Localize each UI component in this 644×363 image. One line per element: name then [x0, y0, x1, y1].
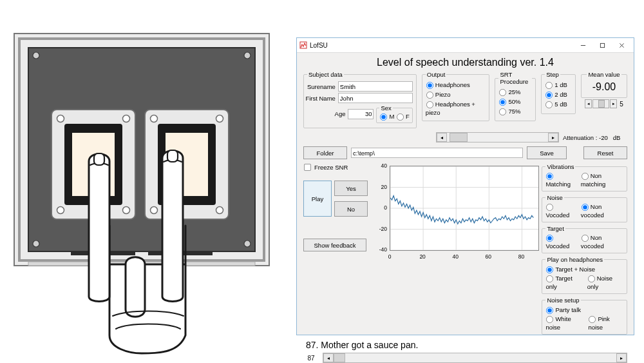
nsetup-party[interactable]: Party talk: [545, 306, 581, 313]
nsetup-pink-radio[interactable]: [589, 316, 596, 323]
no-button[interactable]: No: [334, 201, 368, 217]
step-5db[interactable]: 5 dB: [545, 101, 567, 108]
step-1-radio[interactable]: [545, 82, 553, 89]
output-both[interactable]: Headphones + piezo: [426, 101, 475, 116]
step-1db[interactable]: 1 dB: [545, 81, 567, 88]
mean-inc[interactable]: ▸: [610, 99, 617, 108]
svg-rect-24: [94, 153, 104, 165]
nsetup-pink[interactable]: Pink noise: [588, 315, 623, 331]
step-2-radio[interactable]: [545, 92, 553, 99]
noise-nonvocoded[interactable]: Non vocoded: [581, 203, 623, 219]
show-feedback-button[interactable]: Show feedback: [303, 239, 366, 251]
minimize-button[interactable]: [573, 39, 592, 52]
att-label: Attenuation :: [563, 134, 597, 141]
svg-point-13: [57, 207, 64, 214]
srt-25-label: 25%: [508, 88, 520, 95]
sent-thumb[interactable]: [334, 353, 345, 362]
srt-75-label: 75%: [508, 108, 520, 115]
srt-50[interactable]: 50%: [498, 98, 520, 105]
poh-tn-radio[interactable]: [546, 266, 553, 273]
play-on-headphones-group: Play on headphones Target + Noise Target…: [542, 256, 627, 294]
att-unit: dB: [613, 134, 621, 141]
vib-legend: Vibrations: [545, 163, 575, 170]
mean-track[interactable]: [592, 99, 609, 108]
output-headphones[interactable]: Headphones: [426, 81, 470, 88]
title-bar: LofSU: [297, 38, 634, 53]
noise-setup-group: Noise setup Party talk White noise Pink …: [542, 297, 627, 335]
target-vocoded-radio[interactable]: [546, 235, 553, 242]
srt-25-radio[interactable]: [499, 89, 506, 96]
attenuation-readout: Attenuation : -20 dB: [563, 134, 627, 141]
output-piezo-radio[interactable]: [426, 92, 433, 99]
age-label: Age: [335, 110, 346, 117]
noise-vocoded[interactable]: Vocoded: [545, 203, 576, 219]
reset-button[interactable]: Reset: [583, 146, 627, 159]
play-button[interactable]: Play: [303, 181, 332, 217]
output-headphones-radio[interactable]: [426, 82, 433, 89]
sex-f-option[interactable]: F: [396, 113, 410, 120]
svg-point-19: [216, 115, 223, 123]
svg-point-4: [244, 52, 251, 59]
srt-75-radio[interactable]: [499, 108, 506, 115]
snr-chart: 40200-20-40020406080: [372, 163, 538, 260]
sex-m-option[interactable]: M: [379, 113, 394, 120]
firstname-input[interactable]: [338, 93, 413, 103]
svg-point-12: [123, 115, 130, 123]
yes-button[interactable]: Yes: [334, 181, 368, 196]
nsetup-white-radio[interactable]: [546, 316, 553, 323]
freeze-snr-checkbox[interactable]: Freeze SNR: [303, 163, 368, 172]
sent-left-arrow[interactable]: ◂: [323, 353, 334, 362]
vib-nonmatching[interactable]: Non matching: [581, 172, 623, 188]
save-button[interactable]: Save: [527, 146, 567, 159]
target-nonvocoded[interactable]: Non vocoded: [581, 234, 623, 250]
sentence-scrollbar[interactable]: ◂ ▸: [323, 353, 627, 363]
svg-point-3: [33, 52, 39, 59]
mean-dec[interactable]: ◂: [585, 99, 592, 108]
srt-25[interactable]: 25%: [498, 88, 520, 95]
nsetup-white[interactable]: White noise: [545, 315, 584, 331]
vib-matching-radio[interactable]: [546, 173, 553, 180]
srt-50-radio[interactable]: [499, 99, 506, 106]
step-5-radio[interactable]: [545, 101, 553, 108]
step-2db[interactable]: 2 dB: [545, 91, 567, 98]
step-group: Step 1 dB 2 dB 5 dB: [541, 71, 576, 114]
folder-button[interactable]: Folder: [303, 146, 347, 159]
svg-point-6: [244, 240, 251, 247]
maximize-button[interactable]: [592, 39, 612, 52]
poh-target[interactable]: Target only: [545, 275, 583, 290]
sex-f-radio[interactable]: [397, 113, 404, 121]
poh-noise[interactable]: Noise only: [587, 275, 623, 290]
nsetup-party-radio[interactable]: [546, 307, 553, 314]
mean-adjust-slider[interactable]: ◂ ▸ 5: [581, 99, 627, 108]
output-both-radio[interactable]: [426, 101, 433, 108]
vib-opt1-label: Matching: [545, 181, 571, 188]
surename-input[interactable]: [338, 81, 413, 92]
vib-matching[interactable]: Matching: [545, 172, 576, 188]
folder-path-input[interactable]: [351, 148, 523, 158]
sex-m-radio[interactable]: [380, 113, 387, 121]
poh-tn[interactable]: Target + Noise: [545, 266, 595, 273]
poh-target-radio[interactable]: [546, 275, 553, 282]
att-left-arrow[interactable]: ◂: [437, 133, 447, 142]
app-heading: Level of speech understanding ver. 1.4: [297, 57, 634, 68]
step-1-label: 1 dB: [554, 81, 567, 88]
noise-vocoded-radio[interactable]: [546, 204, 553, 211]
poh-opt1-label: Target + Noise: [555, 266, 595, 273]
target-nonvocoded-radio[interactable]: [582, 235, 589, 242]
freeze-check[interactable]: [304, 164, 311, 171]
output-opt2-label: Piezo: [435, 91, 451, 98]
poh-noise-radio[interactable]: [588, 275, 595, 282]
target-vocoded[interactable]: Vocoded: [545, 234, 576, 250]
att-thumb[interactable]: [450, 133, 468, 142]
poh-legend: Play on headphones: [545, 256, 604, 263]
noise-nonvocoded-radio[interactable]: [582, 204, 589, 211]
age-input[interactable]: [348, 109, 374, 119]
attenuation-scrollbar[interactable]: ◂ ▸: [436, 132, 559, 142]
att-right-arrow[interactable]: ▸: [548, 133, 558, 142]
sent-right-arrow[interactable]: ▸: [616, 353, 627, 362]
srt-75[interactable]: 75%: [498, 108, 520, 115]
close-button[interactable]: [612, 39, 631, 52]
output-piezo[interactable]: Piezo: [426, 91, 451, 98]
vib-nonmatching-radio[interactable]: [582, 173, 589, 180]
app-icon: [299, 41, 307, 49]
